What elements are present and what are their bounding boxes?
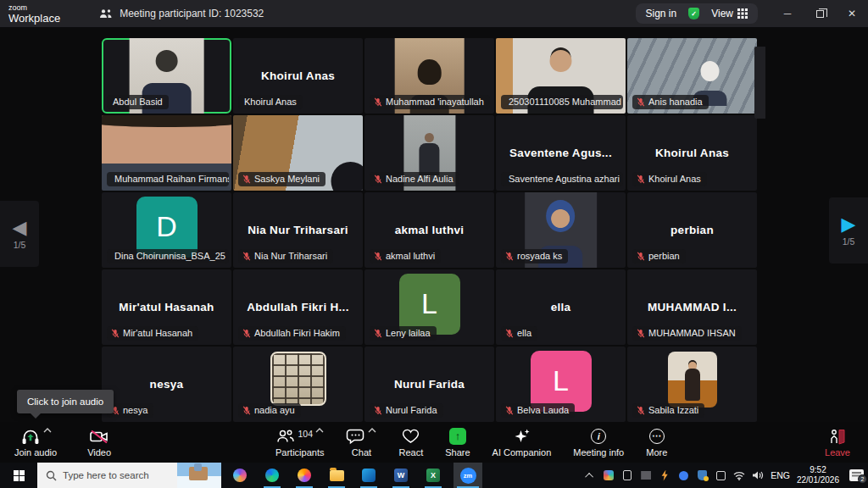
zoom-app-icon[interactable]: zm — [453, 463, 482, 488]
taskbar-search[interactable]: Type here to search — [37, 463, 221, 488]
participant-tile[interactable]: Anis hanadia — [627, 38, 757, 114]
display-device-icon[interactable] — [640, 469, 652, 481]
notification-center-button[interactable]: 2 — [849, 469, 864, 481]
chevron-up-icon[interactable] — [315, 428, 324, 433]
participant-tile[interactable]: ellaella — [496, 269, 626, 345]
participant-tile[interactable]: Nia Nur TriharsariNia Nur Triharsari — [233, 192, 363, 268]
participant-name-label: Khoirul Anas — [632, 172, 707, 186]
participant-tile[interactable]: MUHAMMAD I...MUHAMMAD IHSAN — [627, 269, 757, 345]
meeting-participant-id: Meeting participant ID: 1023532 — [99, 8, 264, 19]
leave-button[interactable]: Leave — [817, 422, 858, 463]
participant-tile[interactable]: Abdullah Fikri H...Abdullah Fikri Hakim — [233, 269, 363, 345]
firefox-icon — [298, 469, 311, 482]
chat-button[interactable]: Chat — [338, 422, 384, 463]
restore-button[interactable] — [804, 0, 836, 27]
participant-tile[interactable]: Sabila Izzati — [627, 347, 757, 422]
participant-tile[interactable]: Abdul Basid — [102, 38, 231, 114]
participant-name-label: Anis hanadia — [632, 95, 709, 109]
excel-app-icon[interactable]: X — [421, 463, 445, 488]
participant-tile[interactable]: akmal luthviakmal luthvi — [364, 192, 494, 268]
wifi-icon[interactable] — [733, 469, 745, 481]
participants-icon — [99, 8, 113, 19]
participants-label: Participants — [275, 447, 324, 458]
edge-app-icon[interactable] — [260, 463, 284, 488]
assistant-tray-icon[interactable] — [677, 469, 689, 481]
participant-tile[interactable]: LLeny lailaa — [364, 269, 494, 345]
language-indicator[interactable]: ENG — [771, 470, 790, 480]
participant-tile[interactable]: Nadine Alfi Aulia — [364, 115, 494, 191]
participant-tile[interactable]: Khoirul AnasKhoirul Anas — [627, 115, 757, 191]
ai-sparkle-icon — [512, 428, 531, 445]
share-button[interactable]: ↑ Share — [437, 422, 477, 463]
video-button[interactable]: Video — [80, 422, 119, 463]
device-tray-icon[interactable] — [715, 469, 726, 481]
participant-tile[interactable]: rosyada ks — [496, 192, 626, 268]
heart-icon — [401, 428, 420, 445]
participant-name: ella — [517, 328, 531, 338]
participant-photo — [270, 352, 326, 406]
participant-name-label: Abdul Basid — [107, 95, 169, 109]
participant-tile[interactable]: nesyanesya — [102, 347, 231, 422]
power-alert-icon[interactable] — [659, 469, 670, 481]
start-button[interactable] — [0, 463, 37, 488]
muted-mic-icon — [242, 329, 251, 338]
participant-photo — [668, 352, 717, 408]
participant-name: Abdul Basid — [113, 97, 163, 107]
participant-name: Nia Nur Triharsari — [254, 251, 327, 261]
participant-tile[interactable]: 250301110085 Muhammad Hi... — [496, 38, 626, 114]
next-page-button[interactable]: ▶ 1/5 — [829, 197, 868, 263]
participant-tile[interactable]: Mir'atul HasanahMir'atul Hasanah — [102, 269, 231, 345]
system-tray: ENG 9:52 22/01/2026 2 — [584, 465, 868, 486]
explorer-app-icon[interactable] — [325, 463, 348, 488]
zoom-workplace-logo: zoom Workplace — [8, 4, 60, 24]
meeting-app-tray-icon[interactable] — [603, 469, 615, 481]
chevron-up-icon[interactable] — [368, 428, 376, 433]
participant-tile[interactable]: Nurul FaridaNurul Farida — [364, 347, 494, 422]
muted-mic-icon — [637, 329, 645, 338]
grid-view-icon — [737, 8, 748, 19]
edge-icon — [265, 469, 279, 482]
minimize-button[interactable]: ─ — [771, 0, 804, 27]
participant-tile[interactable]: Muhammad Raihan Firmansyah — [102, 115, 231, 191]
participant-name: nesya — [123, 405, 147, 415]
muted-mic-icon — [374, 252, 382, 261]
usb-device-icon[interactable] — [621, 469, 633, 481]
participants-button[interactable]: 104 Participants — [268, 422, 331, 463]
meeting-toolbar: Join audio Video 104 Participants — [0, 422, 868, 463]
join-audio-button[interactable]: Join audio — [7, 422, 64, 463]
outlook-app-icon[interactable] — [357, 463, 381, 488]
muted-mic-icon — [374, 329, 382, 338]
chevron-up-icon[interactable] — [43, 428, 52, 433]
participant-tile[interactable]: nadia ayu — [233, 347, 363, 422]
meeting-info-button[interactable]: i Meeting info — [565, 422, 632, 463]
participant-tile[interactable]: Saventene Agus...Saventene Agustina azha… — [496, 115, 626, 191]
participant-name-label: Saskya Meylani — [238, 172, 326, 186]
search-highlight-image[interactable] — [177, 463, 221, 488]
word-app-icon[interactable]: W — [389, 463, 413, 488]
view-button[interactable]: View — [711, 8, 748, 19]
ai-companion-button[interactable]: AI Companion — [485, 422, 559, 463]
participant-name: 250301110085 Muhammad Hi... — [509, 97, 623, 107]
taskbar-clock[interactable]: 9:52 22/01/2026 — [797, 465, 839, 486]
participant-tile[interactable]: Saskya Meylani — [233, 115, 363, 191]
participant-name: rosyada ks — [517, 251, 562, 261]
security-warning-icon[interactable] — [696, 469, 708, 481]
participant-name-label: Nadine Alfi Aulia — [370, 172, 459, 186]
firefox-app-icon[interactable] — [292, 463, 316, 488]
sign-in-button[interactable]: Sign in — [646, 8, 677, 19]
participant-tile[interactable]: Khoirul AnasKhoirul Anas — [233, 38, 363, 114]
copilot-app-icon[interactable] — [228, 463, 252, 488]
react-button[interactable]: React — [391, 422, 431, 463]
participant-name: Nurul Farida — [386, 405, 437, 415]
more-button[interactable]: ⋯ More — [638, 422, 675, 463]
participant-tile[interactable]: Muhammad 'inayatullah — [364, 38, 494, 114]
hidden-icons-chevron-icon[interactable] — [584, 469, 596, 481]
participant-name: Saventene Agustina azhari — [509, 174, 620, 184]
volume-icon[interactable] — [752, 469, 764, 481]
participant-tile[interactable]: LBelva Lauda — [496, 347, 626, 422]
participant-name: Khoirul Anas — [648, 174, 701, 184]
close-button[interactable]: ✕ — [836, 0, 868, 27]
participant-tile[interactable]: DDina Choirunnisa_BSA_25 — [102, 192, 231, 268]
previous-page-button[interactable]: ◀ 1/5 — [0, 201, 39, 267]
participant-tile[interactable]: perbianperbian — [627, 192, 757, 268]
